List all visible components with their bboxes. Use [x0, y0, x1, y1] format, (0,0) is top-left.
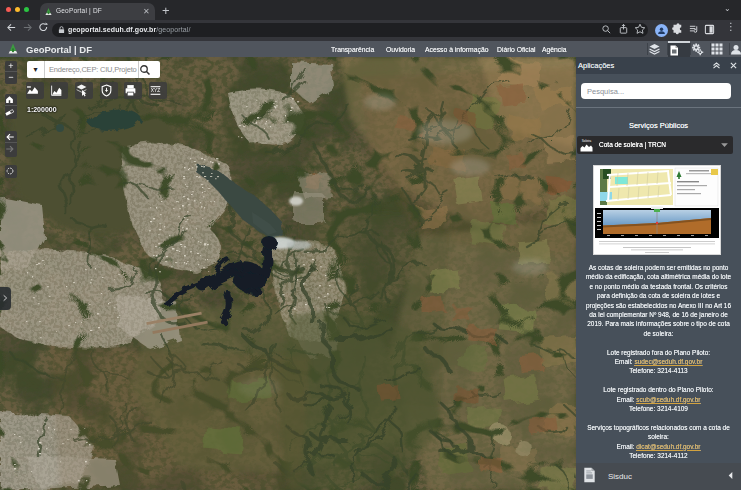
- svg-text:XYZ: XYZ: [151, 88, 160, 93]
